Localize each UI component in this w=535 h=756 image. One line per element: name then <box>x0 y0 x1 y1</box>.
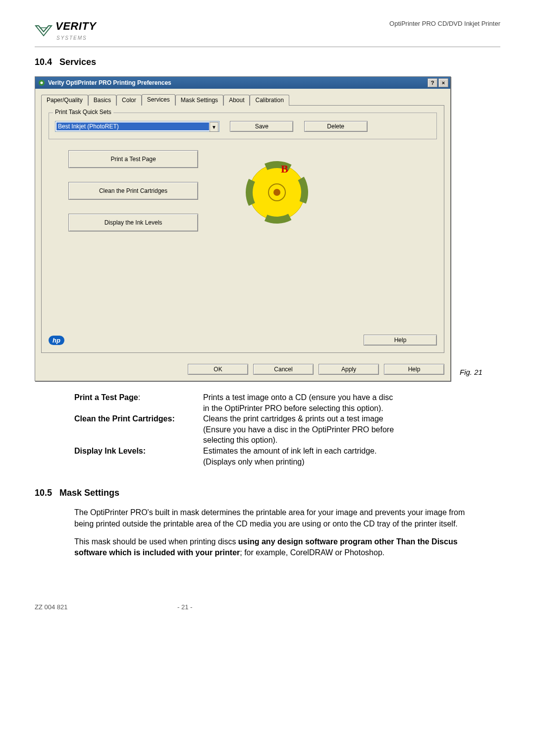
page-footer: ZZ 004 821 - 21 - <box>35 603 500 611</box>
close-button[interactable]: × <box>438 78 448 87</box>
logo-subtext: SYSTEMS <box>56 35 87 41</box>
clean-cartridges-button[interactable]: Clean the Print Cartridges <box>68 182 198 200</box>
para2-c: ; for example, CorelDRAW or Photoshop. <box>240 548 384 557</box>
section-number: 10.4 <box>35 57 52 67</box>
hp-logo-icon: hp <box>49 336 64 345</box>
dialog-button-row: OK Cancel Apply Help <box>35 359 450 381</box>
footer-doc-id: ZZ 004 821 <box>35 603 68 611</box>
header-rule <box>35 47 500 47</box>
desc-clean-3: selecting this option). <box>203 435 500 446</box>
disc-illustration: B <box>245 160 309 226</box>
tab-basics[interactable]: Basics <box>88 95 116 106</box>
desc-levels-2: (Displays only when printing) <box>203 457 500 467</box>
desc-clean-1: Cleans the print cartridges & prints out… <box>203 413 500 424</box>
term-colon: : <box>138 393 140 402</box>
apply-button[interactable]: Apply <box>319 364 379 375</box>
save-button[interactable]: Save <box>230 121 293 132</box>
app-icon <box>38 79 45 86</box>
term-test-page: Print a Test Page <box>74 393 138 402</box>
tabstrip: Paper/Quality Basics Color Services Mask… <box>41 94 444 106</box>
logo-mark-icon <box>35 23 53 39</box>
section-title: Services <box>59 57 96 67</box>
desc-test-page-1: Prints a test image onto a CD (ensure yo… <box>203 392 500 403</box>
dialog-title: Verity OptiPrinter PRO Printing Preferen… <box>48 79 171 86</box>
tab-color[interactable]: Color <box>116 95 142 106</box>
term-clean: Clean the Print Cartridges: <box>74 413 203 424</box>
dialog-help-button[interactable]: Help <box>384 364 444 375</box>
term-levels: Display Ink Levels: <box>74 446 203 457</box>
tab-paper-quality[interactable]: Paper/Quality <box>41 95 88 106</box>
tab-help-button[interactable]: Help <box>364 335 437 346</box>
tab-mask-settings[interactable]: Mask Settings <box>175 95 223 106</box>
desc-levels-1: Estimates the amount of ink left in each… <box>203 446 500 457</box>
display-ink-levels-button[interactable]: Display the Ink Levels <box>68 214 198 232</box>
desc-test-page-2: in the OptiPrinter PRO before selecting … <box>203 403 500 414</box>
brand-logo: VERITY SYSTEMS <box>35 20 96 42</box>
tab-services[interactable]: Services <box>142 94 175 106</box>
disc-letter: B <box>281 163 288 175</box>
context-help-button[interactable]: ? <box>428 78 437 87</box>
cancel-button[interactable]: Cancel <box>253 364 314 375</box>
quick-set-combo[interactable]: Best Inkjet (PhotoRET) ▼ <box>55 121 219 132</box>
delete-button[interactable]: Delete <box>304 121 368 132</box>
para2-a: This mask should be used when printing d… <box>74 537 238 546</box>
dialog-titlebar: Verity OptiPrinter PRO Printing Preferen… <box>35 77 450 89</box>
mask-paragraph-1: The OptiPrinter PRO's built in mask dete… <box>74 507 471 529</box>
tab-about[interactable]: About <box>223 95 250 106</box>
quick-sets-groupbox: Print Task Quick Sets Best Inkjet (Photo… <box>49 113 437 139</box>
svg-point-6 <box>273 189 280 196</box>
svg-point-2 <box>41 82 43 84</box>
mask-paragraph-2: This mask should be used when printing d… <box>74 536 471 559</box>
logo-text: VERITY <box>55 20 96 32</box>
groupbox-label: Print Task Quick Sets <box>53 109 113 116</box>
definitions-list: Print a Test Page: Prints a test image o… <box>74 392 500 467</box>
ok-button[interactable]: OK <box>188 364 248 375</box>
footer-page-num: - 21 - <box>177 603 192 611</box>
print-test-page-button[interactable]: Print a Test Page <box>68 150 198 168</box>
tab-calibration[interactable]: Calibration <box>250 95 289 106</box>
combo-selection: Best Inkjet (PhotoRET) <box>56 122 209 130</box>
printing-preferences-dialog: Verity OptiPrinter PRO Printing Preferen… <box>35 76 451 381</box>
section-10-5-heading: 10.5 Mask Settings <box>35 488 500 498</box>
chevron-down-icon[interactable]: ▼ <box>210 122 218 132</box>
section-title-105: Mask Settings <box>59 488 119 498</box>
tab-panel-services: Print Task Quick Sets Best Inkjet (Photo… <box>41 106 444 353</box>
section-number-105: 10.5 <box>35 488 52 498</box>
section-10-4-heading: 10.4 Services <box>35 57 500 67</box>
desc-clean-2: (Ensure you have a disc in the OptiPrint… <box>203 424 500 435</box>
doc-title: OptiPrinter PRO CD/DVD Inkjet Printer <box>389 20 500 27</box>
figure-caption: Fig. 21 <box>460 368 482 381</box>
